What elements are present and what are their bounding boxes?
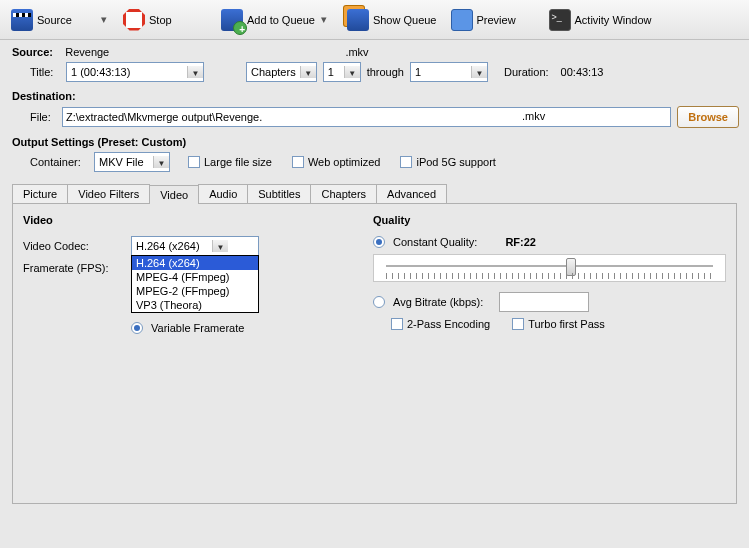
quality-slider[interactable] (373, 254, 726, 282)
chevron-down-icon (187, 66, 203, 78)
show-queue-button[interactable]: Show Queue (336, 4, 444, 36)
settings-tabs: PictureVideo FiltersVideoAudioSubtitlesC… (12, 184, 737, 204)
tab-advanced[interactable]: Advanced (376, 184, 447, 203)
add-queue-button[interactable]: Add to Queue ▾ (214, 4, 336, 36)
duration-label: Duration: (504, 66, 549, 78)
chapters-mode-select[interactable]: Chapters (246, 62, 317, 82)
avg-bitrate-label: Avg Bitrate (kbps): (393, 296, 483, 308)
chevron-down-icon (471, 66, 487, 78)
chevron-down-icon (344, 66, 360, 78)
two-pass-checkbox[interactable]: 2-Pass Encoding (391, 318, 490, 330)
checkbox-icon (391, 318, 403, 330)
checkbox-icon (292, 156, 304, 168)
destination-heading: Destination: (0, 84, 749, 104)
video-codec-select[interactable]: H.264 (x264) (131, 236, 259, 256)
quality-group-heading: Quality (373, 214, 726, 226)
tab-chapters[interactable]: Chapters (310, 184, 377, 203)
source-button[interactable]: Source ▾ (4, 4, 116, 36)
codec-option[interactable]: MPEG-4 (FFmpeg) (132, 270, 258, 284)
stop-button[interactable]: Stop (116, 4, 214, 36)
avg-bitrate-radio[interactable] (373, 296, 385, 308)
through-label: through (367, 66, 404, 78)
main-toolbar: Source ▾ Stop Add to Queue ▾ Show Queue … (0, 0, 749, 40)
preview-button[interactable]: Preview (444, 4, 542, 36)
chapters-mode-value: Chapters (247, 65, 300, 79)
source-heading: Source: (12, 46, 53, 58)
chapter-from-select[interactable]: 1 (323, 62, 361, 82)
show-queue-label: Show Queue (373, 14, 437, 26)
chapter-to-select[interactable]: 1 (410, 62, 488, 82)
constant-quality-radio[interactable] (373, 236, 385, 248)
codec-option[interactable]: VP3 (Theora) (132, 298, 258, 312)
title-label: Title: (30, 66, 60, 78)
rf-value: RF:22 (505, 236, 536, 248)
preview-icon (451, 9, 473, 31)
codec-label: Video Codec: (23, 240, 123, 252)
chevron-down-icon (153, 156, 169, 168)
constant-quality-label: Constant Quality: (393, 236, 477, 248)
video-group-heading: Video (23, 214, 353, 226)
container-label: Container: (30, 156, 88, 168)
framerate-label: Framerate (FPS): (23, 262, 123, 274)
turbo-label: Turbo first Pass (528, 318, 605, 330)
queue-icon (347, 9, 369, 31)
file-label: File: (30, 111, 56, 123)
stop-label: Stop (149, 14, 207, 26)
title-select[interactable]: 1 (00:43:13) (66, 62, 204, 82)
web-optimized-label: Web optimized (308, 156, 381, 168)
title-value: 1 (00:43:13) (67, 65, 187, 79)
container-select[interactable]: MKV File (94, 152, 170, 172)
variable-framerate-label: Variable Framerate (151, 322, 244, 334)
output-heading: Output Settings (Preset: Custom) (0, 130, 749, 150)
two-pass-label: 2-Pass Encoding (407, 318, 490, 330)
terminal-icon (549, 9, 571, 31)
codec-option[interactable]: MPEG-2 (FFmpeg) (132, 284, 258, 298)
container-value: MKV File (95, 155, 153, 169)
activity-window-button[interactable]: Activity Window (542, 4, 659, 36)
tab-video[interactable]: Video (149, 185, 199, 204)
tab-subtitles[interactable]: Subtitles (247, 184, 311, 203)
source-filename: Revenge (65, 46, 109, 58)
video-tab-pane: Video Video Codec: H.264 (x264) H.264 (x… (12, 204, 737, 504)
chapter-from-value: 1 (324, 65, 344, 79)
add-queue-label: Add to Queue (247, 14, 315, 26)
turbo-first-pass-checkbox[interactable]: Turbo first Pass (512, 318, 605, 330)
container-row: Container: MKV File Large file size Web … (0, 150, 749, 174)
tab-video-filters[interactable]: Video Filters (67, 184, 150, 203)
avg-bitrate-input[interactable] (499, 292, 589, 312)
chapter-to-value: 1 (411, 65, 471, 79)
web-optimized-checkbox[interactable]: Web optimized (292, 156, 381, 168)
preview-label: Preview (477, 14, 535, 26)
large-file-checkbox[interactable]: Large file size (188, 156, 272, 168)
ipod-checkbox[interactable]: iPod 5G support (400, 156, 496, 168)
add-queue-icon (221, 9, 243, 31)
large-file-label: Large file size (204, 156, 272, 168)
destination-file-input[interactable] (62, 107, 671, 127)
checkbox-icon (400, 156, 412, 168)
source-label: Source (37, 14, 95, 26)
duration-value: 00:43:13 (561, 66, 604, 78)
dropdown-arrow-icon[interactable]: ▾ (319, 13, 329, 26)
source-ext: .mkv (345, 46, 368, 58)
chevron-down-icon (212, 240, 228, 252)
video-codec-dropdown: H.264 (x264)MPEG-4 (FFmpeg)MPEG-2 (FFmpe… (131, 255, 259, 313)
dropdown-arrow-icon[interactable]: ▾ (99, 13, 109, 26)
tab-picture[interactable]: Picture (12, 184, 68, 203)
chevron-down-icon (300, 66, 316, 78)
variable-framerate-radio[interactable] (131, 322, 143, 334)
title-row: Title: 1 (00:43:13) Chapters 1 through 1… (0, 60, 749, 84)
activity-label: Activity Window (575, 14, 652, 26)
stop-icon (123, 9, 145, 31)
source-section: Source: Revenge .mkv (0, 40, 749, 60)
tab-audio[interactable]: Audio (198, 184, 248, 203)
video-codec-value: H.264 (x264) (132, 239, 212, 253)
ipod-label: iPod 5G support (416, 156, 496, 168)
slider-ticks (386, 273, 713, 279)
checkbox-icon (188, 156, 200, 168)
destination-row: File: .mkv Browse (0, 104, 749, 130)
clapper-icon (11, 9, 33, 31)
checkbox-icon (512, 318, 524, 330)
codec-option[interactable]: H.264 (x264) (132, 256, 258, 270)
browse-button[interactable]: Browse (677, 106, 739, 128)
